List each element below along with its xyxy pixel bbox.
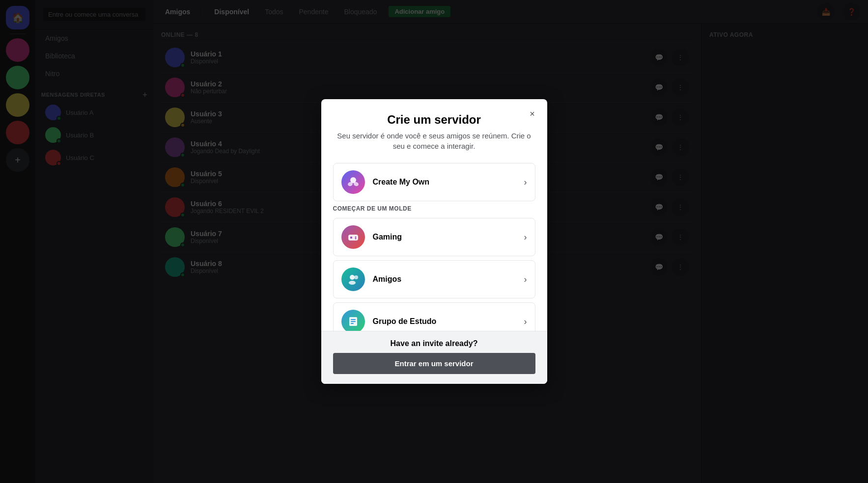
study-label: Grupo de Estudo	[373, 317, 516, 326]
modal-subtitle: Seu servidor é onde você e seus amigos s…	[333, 131, 535, 151]
friends-chevron: ›	[524, 274, 527, 285]
modal-header: × Crie um servidor Seu servidor é onde v…	[321, 99, 547, 155]
create-own-icon	[341, 170, 365, 194]
create-own-label: Create My Own	[373, 178, 516, 187]
create-own-chevron: ›	[524, 177, 527, 188]
svg-point-9	[354, 275, 358, 279]
modal-overlay[interactable]: × Crie um servidor Seu servidor é onde v…	[0, 0, 868, 483]
gaming-icon	[341, 225, 365, 249]
svg-rect-12	[351, 321, 356, 322]
gaming-label: Gaming	[373, 233, 516, 242]
svg-point-5	[355, 237, 356, 238]
footer-invite-text: Have an invite already?	[333, 339, 535, 348]
option-study[interactable]: Grupo de Estudo ›	[333, 302, 535, 331]
template-section-label: COMEÇAR DE UM MOLDE	[333, 205, 535, 212]
svg-rect-3	[348, 235, 358, 241]
modal-title: Crie um servidor	[333, 113, 535, 127]
svg-point-7	[350, 275, 355, 280]
svg-point-8	[349, 281, 356, 285]
svg-point-6	[355, 238, 356, 240]
study-icon	[341, 310, 365, 331]
modal-footer: Have an invite already? Entrar em um ser…	[321, 331, 547, 384]
gaming-chevron: ›	[524, 232, 527, 242]
svg-rect-11	[351, 319, 356, 320]
friends-label: Amigos	[373, 275, 516, 284]
study-chevron: ›	[524, 317, 527, 327]
create-server-modal: × Crie um servidor Seu servidor é onde v…	[321, 99, 547, 384]
amigos-icon	[341, 268, 365, 291]
option-gaming[interactable]: Gaming ›	[333, 218, 535, 256]
svg-rect-13	[351, 323, 354, 324]
modal-close-button[interactable]: ×	[526, 107, 539, 121]
option-friends[interactable]: Amigos ›	[333, 260, 535, 298]
svg-rect-4	[350, 237, 352, 239]
modal-body: Create My Own › COMEÇAR DE UM MOLDE Gami…	[321, 155, 547, 331]
join-server-button[interactable]: Entrar em um servidor	[333, 353, 535, 374]
option-create-own[interactable]: Create My Own ›	[333, 163, 535, 201]
